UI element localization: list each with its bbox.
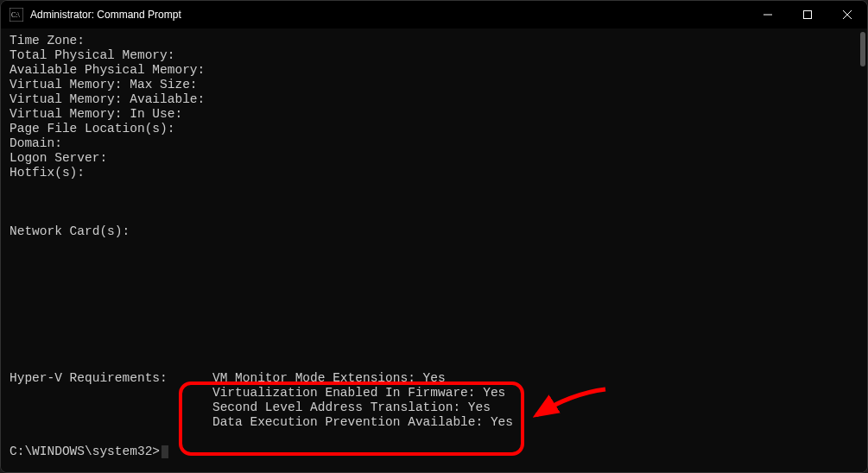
terminal-output[interactable]: Time Zone: Total Physical Memory: Availa…	[1, 28, 867, 472]
maximize-button[interactable]	[788, 1, 827, 28]
window-controls	[748, 1, 867, 28]
minimize-button[interactable]	[748, 1, 788, 28]
cmd-icon: C:\	[10, 8, 23, 22]
scrollbar-thumb[interactable]	[860, 32, 865, 66]
command-prompt-window: C:\ Administrator: Command Prompt Time Z…	[0, 0, 868, 473]
titlebar[interactable]: C:\ Administrator: Command Prompt	[1, 1, 867, 28]
prompt: C:\WINDOWS\system32>	[10, 445, 168, 458]
close-button[interactable]	[827, 1, 867, 28]
output-lines: Time Zone: Total Physical Memory: Availa…	[10, 34, 513, 429]
svg-rect-3	[804, 11, 812, 19]
window-title: Administrator: Command Prompt	[30, 9, 748, 21]
svg-text:C:\: C:\	[11, 11, 21, 19]
